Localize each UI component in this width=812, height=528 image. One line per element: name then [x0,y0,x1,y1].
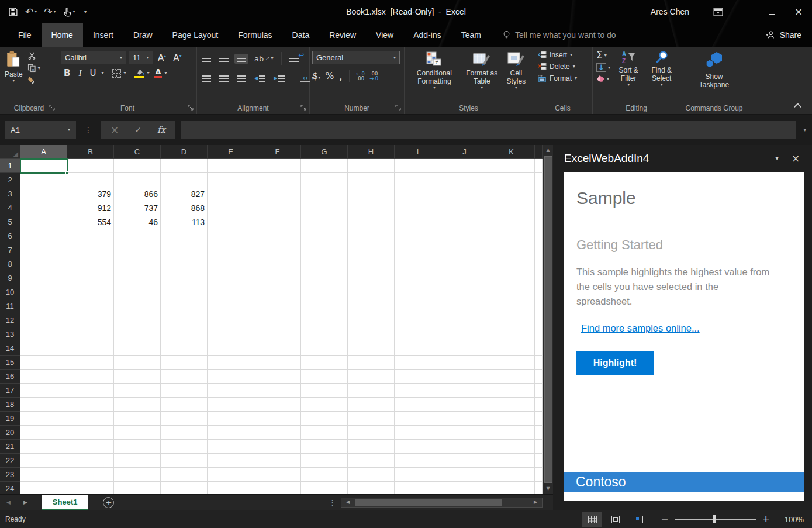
cell-K1[interactable] [488,159,535,173]
cell-C9[interactable] [114,271,161,285]
cell-H2[interactable] [348,173,395,187]
cell-styles-button[interactable]: Cell Styles ▾ [502,50,530,102]
cell-F5[interactable] [254,215,301,229]
cell-G16[interactable] [301,370,348,384]
tab-page-layout[interactable]: Page Layout [163,23,229,47]
cell-A23[interactable] [20,468,67,482]
cell-J15[interactable] [441,356,488,370]
cell-E7[interactable] [208,243,254,257]
cell-D8[interactable] [161,257,208,271]
cell-D5[interactable]: 113 [161,215,208,229]
normal-view-button[interactable] [582,512,602,527]
tab-home[interactable]: Home [42,23,83,47]
row-header-17[interactable]: 17 [0,384,20,398]
cell-F9[interactable] [254,271,301,285]
cell-B16[interactable] [67,370,114,384]
column-header-B[interactable]: B [67,145,114,159]
column-header-J[interactable]: J [441,145,488,159]
cell-I9[interactable] [395,271,441,285]
cell-C1[interactable] [114,159,161,173]
fill-color-caret-icon[interactable]: ▾ [147,71,149,75]
cell-F4[interactable] [254,201,301,215]
align-center-button[interactable] [217,74,231,84]
cell-A3[interactable] [20,187,67,201]
cell-H18[interactable] [348,398,395,412]
increase-decimal-button[interactable]: ←.0 .00 [356,71,365,81]
cell-I21[interactable] [395,440,441,454]
cut-button[interactable] [26,51,42,61]
cell-A10[interactable] [20,285,67,299]
row-header-4[interactable]: 4 [0,201,20,215]
taskpane-options-icon[interactable]: ▾ [768,156,786,161]
cell-A1[interactable] [20,159,67,173]
cell-G19[interactable] [301,412,348,426]
cell-D11[interactable] [161,299,208,313]
comma-style-button[interactable]: , [338,70,342,82]
cell-G14[interactable] [301,341,348,356]
cell-J7[interactable] [441,243,488,257]
cell-G24[interactable] [301,482,348,494]
cell-K11[interactable] [488,299,535,313]
scroll-down-icon[interactable]: ▼ [543,484,553,494]
cell-H10[interactable] [348,285,395,299]
cell-J11[interactable] [441,299,488,313]
cell-F8[interactable] [254,257,301,271]
zoom-slider-thumb[interactable] [713,515,716,523]
accounting-format-button[interactable]: $▾ [312,71,320,81]
cell-C3[interactable]: 866 [114,187,161,201]
cell-K6[interactable] [488,229,535,243]
cell-B19[interactable] [67,412,114,426]
cell-G11[interactable] [301,299,348,313]
cell-E13[interactable] [208,327,254,341]
cell-A19[interactable] [20,412,67,426]
column-header-G[interactable]: G [301,145,348,159]
cell-B17[interactable] [67,384,114,398]
tab-review[interactable]: Review [319,23,366,47]
top-align-button[interactable] [199,54,213,64]
new-sheet-button[interactable]: + [103,497,114,508]
cell-D20[interactable] [161,426,208,440]
cell-I19[interactable] [395,412,441,426]
formula-bar-handle-icon[interactable]: ⋮ [82,126,95,134]
row-header-23[interactable]: 23 [0,468,20,482]
wrap-text-button[interactable]: ↩ [287,54,301,64]
cell-D19[interactable] [161,412,208,426]
cell-J10[interactable] [441,285,488,299]
cell-G8[interactable] [301,257,348,271]
taskpane-close-icon[interactable]: × [786,154,805,164]
cell-A13[interactable] [20,327,67,341]
cell-G10[interactable] [301,285,348,299]
cell-J13[interactable] [441,327,488,341]
cell-C23[interactable] [114,468,161,482]
cell-I15[interactable] [395,356,441,370]
cell-G12[interactable] [301,313,348,327]
account-name[interactable]: Ares Chen [651,7,689,16]
undo-button[interactable]: ↶ ▾ [23,5,39,19]
clear-button[interactable]: ▾ [595,75,611,82]
cell-E11[interactable] [208,299,254,313]
cell-B4[interactable]: 912 [67,201,114,215]
column-header-C[interactable]: C [114,145,161,159]
cell-E8[interactable] [208,257,254,271]
cell-I4[interactable] [395,201,441,215]
cell-E10[interactable] [208,285,254,299]
undo-caret-icon[interactable]: ▾ [34,9,37,14]
zoom-in-icon[interactable]: + [762,515,770,524]
increase-font-size-button[interactable]: A▴ [156,53,168,63]
vertical-scrollbar[interactable]: ▲ ▼ [543,145,553,494]
cell-C5[interactable]: 46 [114,215,161,229]
cell-I1[interactable] [395,159,441,173]
row-header-8[interactable]: 8 [0,257,20,271]
cell-D14[interactable] [161,341,208,356]
borders-caret-icon[interactable]: ▾ [123,71,126,75]
cell-G2[interactable] [301,173,348,187]
cell-K12[interactable] [488,313,535,327]
row-header-6[interactable]: 6 [0,229,20,243]
cell-H20[interactable] [348,426,395,440]
cell-B22[interactable] [67,454,114,468]
cell-A2[interactable] [20,173,67,187]
column-header-K[interactable]: K [488,145,535,159]
cell-F2[interactable] [254,173,301,187]
font-size-combo[interactable]: 11 ▾ [129,51,153,64]
cell-F17[interactable] [254,384,301,398]
